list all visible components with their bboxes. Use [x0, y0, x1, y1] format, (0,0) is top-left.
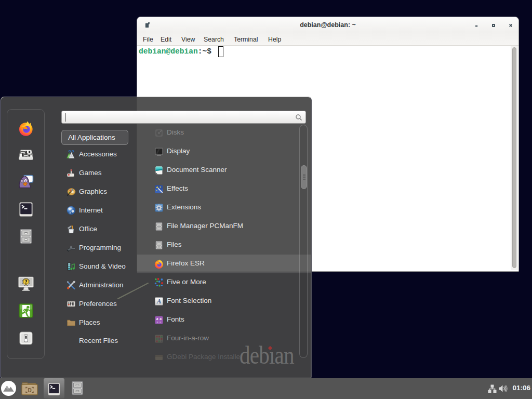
- svg-text:D: D: [28, 388, 31, 393]
